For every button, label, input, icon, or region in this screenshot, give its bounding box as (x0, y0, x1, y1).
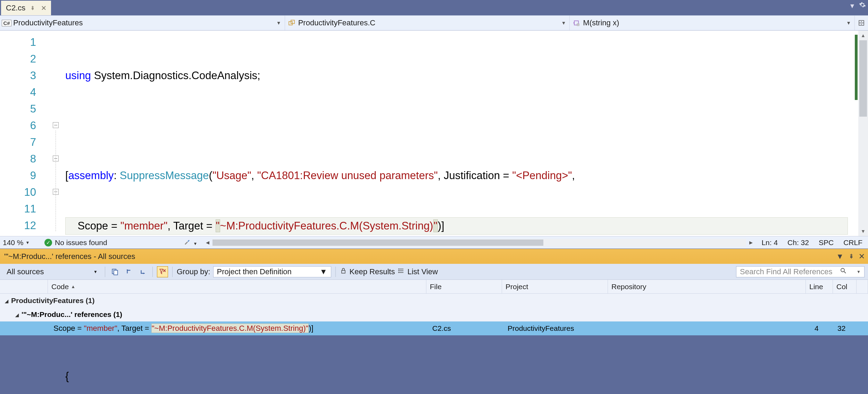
scroll-up-icon[interactable]: ▲ (858, 31, 868, 40)
scroll-thumb[interactable] (212, 240, 543, 246)
expand-icon[interactable] (5, 298, 8, 304)
chevron-down-icon: ▼ (561, 20, 566, 26)
fold-toggle[interactable] (53, 122, 59, 128)
panel-title-bar[interactable]: '"~M:Produc...' references - All sources… (0, 249, 868, 264)
file-tab-active[interactable]: C2.cs (1, 1, 51, 15)
zoom-value: 140 % (3, 238, 24, 247)
sources-label: All sources (7, 267, 44, 276)
class-icon (288, 19, 295, 27)
reference-item[interactable]: Scope = "member", Target = "~M:Productiv… (0, 321, 868, 335)
tab-overflow-dropdown-icon[interactable]: ▾ (850, 1, 854, 10)
window-dropdown-icon[interactable]: ▼ (836, 252, 844, 261)
svg-rect-1 (291, 20, 294, 24)
panel-title: '"~M:Produc...' references - All sources (4, 252, 135, 261)
expand-icon[interactable] (15, 312, 19, 318)
csharp-icon: C# (2, 20, 11, 26)
chevron-down-icon: ▼ (26, 240, 30, 245)
ref-line: 4 (815, 324, 819, 333)
navigation-bar: C# ProductivityFeatures ▼ ProductivityFe… (0, 15, 868, 31)
chevron-down-icon: ▼ (846, 20, 851, 26)
document-tab-row: C2.cs ▾ (0, 0, 868, 15)
zoom-dropdown[interactable]: 140 % ▼ (0, 238, 35, 247)
line-number-gutter: 1 2 3 4 5 6 7 8 9 10 11 12 (0, 31, 51, 236)
code-editor[interactable]: 1 2 3 4 5 6 7 8 9 10 11 12 using System.… (0, 31, 868, 236)
ref-file: C2.cs (432, 324, 451, 333)
member-label: M(string x) (583, 18, 619, 27)
pin-icon[interactable] (29, 4, 36, 12)
fold-gutter (51, 31, 65, 236)
ref-project: ProductivityFeatures (508, 324, 574, 333)
vertical-scrollbar[interactable]: ▲ ▼ (858, 31, 868, 236)
pin-icon[interactable] (849, 252, 854, 261)
class-label: ProductivityFeatures.C (298, 18, 376, 27)
svg-rect-0 (289, 22, 292, 25)
chevron-down-icon: ▼ (276, 20, 281, 26)
method-icon (573, 19, 580, 27)
class-dropdown[interactable]: ProductivityFeatures.C ▼ (285, 16, 570, 30)
scroll-down-icon[interactable]: ▼ (858, 226, 868, 236)
scroll-thumb[interactable] (859, 40, 867, 117)
change-indicator (855, 35, 858, 100)
split-editor-button[interactable] (855, 16, 868, 30)
file-tab-label: C2.cs (6, 3, 25, 12)
ref-col: 32 (837, 324, 845, 333)
horizontal-scrollbar[interactable]: ◀ ▶ (203, 238, 756, 247)
namespace-label: ProductivityFeatures (13, 18, 83, 27)
namespace-dropdown[interactable]: C# ProductivityFeatures ▼ (0, 16, 285, 30)
code-content[interactable]: using System.Diagnostics.CodeAnalysis; [… (65, 31, 858, 236)
member-dropdown[interactable]: M(string x) ▼ (570, 16, 855, 30)
gear-icon[interactable] (859, 1, 866, 10)
success-icon: ✓ (44, 239, 52, 246)
close-icon[interactable] (40, 4, 48, 12)
close-icon[interactable] (859, 252, 865, 261)
